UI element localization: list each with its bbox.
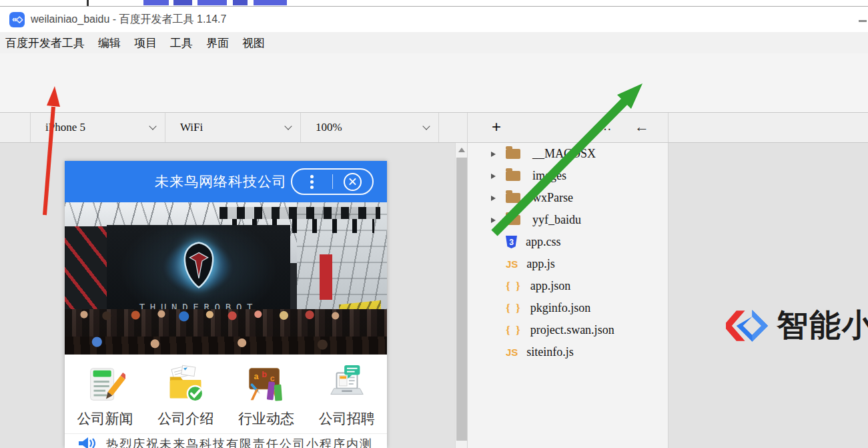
file-name: project.swan.json (530, 323, 614, 337)
tree-file-row[interactable]: { } app.json (468, 275, 668, 297)
menu-item-project[interactable]: 项目 (127, 35, 163, 51)
minimize-button[interactable] (859, 20, 867, 22)
announcement-text: 热烈庆祝未来鸟科技有限责任公司小程序内测 (106, 434, 373, 448)
menu-item-label: 公司招聘 (319, 409, 375, 428)
close-icon (344, 173, 362, 191)
speaker-icon (78, 437, 95, 448)
miniapp-header: 未来鸟网络科技公司 (65, 161, 387, 202)
more-menu-button[interactable] (292, 175, 332, 189)
file-name: pkginfo.json (530, 301, 591, 315)
folder-name: yyf_baidu (532, 213, 581, 227)
svg-text:a: a (254, 372, 259, 381)
network-select-value: WiFi (165, 121, 286, 134)
device-bar-spacer (0, 113, 31, 142)
menu-item-company-jobs[interactable]: 公司招聘 (306, 355, 387, 433)
close-miniapp-button[interactable] (333, 173, 373, 191)
watermark-text: 智能小 (777, 304, 868, 347)
svg-text:b: b (262, 370, 267, 379)
collapse-panel-button[interactable]: ← (634, 118, 649, 136)
zoom-select[interactable]: 100% (301, 113, 439, 142)
tree-folder-row[interactable]: images (468, 165, 668, 187)
app-logo-icon: «◇ (9, 12, 25, 27)
title-bar: «◇ weilainiao_baidu - 百度开发者工具 1.14.7 (0, 7, 868, 32)
background-window-artifact (87, 0, 89, 6)
background-window-artifact (197, 0, 227, 5)
chevron-down-icon (149, 122, 156, 130)
menu-item-company-intro[interactable]: 公司介绍 (145, 355, 226, 433)
css-file-icon: 3 (506, 236, 517, 248)
file-name: app.css (526, 235, 561, 249)
menu-item-view[interactable]: 视图 (236, 35, 272, 51)
zoom-select-value: 100% (301, 121, 424, 134)
menu-bar: 百度开发者工具 编辑 项目 工具 界面 视图 (0, 32, 868, 53)
tree-folder-row[interactable]: wxParse (468, 187, 668, 209)
chevron-down-icon (284, 122, 292, 130)
caret-right-icon[interactable] (491, 218, 496, 223)
device-select[interactable]: iPhone 5 (31, 113, 165, 142)
device-select-value: iPhone 5 (31, 121, 150, 134)
miniapp-title: 未来鸟网络科技公司 (155, 172, 287, 191)
audience-crowd (65, 337, 387, 355)
tree-file-row[interactable]: JS siteinfo.js (468, 341, 668, 363)
json-file-icon: { } (506, 280, 522, 293)
menu-item-label: 公司新闻 (77, 409, 133, 428)
window-title: weilainiao_baidu - 百度开发者工具 1.14.7 (31, 13, 226, 27)
scrollbar-thumb[interactable] (456, 158, 467, 441)
scroll-up-arrow-icon[interactable] (458, 148, 465, 152)
background-window-artifact (233, 0, 248, 5)
file-panel-header: + … ← (467, 113, 669, 142)
caret-right-icon[interactable] (491, 152, 496, 157)
json-file-icon: { } (506, 324, 522, 337)
tree-folder-row[interactable]: __MACOSX (468, 143, 668, 165)
folder-name: images (532, 169, 566, 183)
jobs-icon (326, 364, 368, 405)
folder-name: wxParse (532, 191, 573, 205)
menu-item-label: 行业动态 (238, 409, 294, 428)
stage-red-banner (320, 254, 332, 300)
announcement-marquee: 热烈庆祝未来鸟科技有限责任公司小程序内测 (65, 433, 387, 448)
tree-file-row[interactable]: JS app.js (468, 253, 668, 275)
miniapp-capsule (291, 168, 374, 195)
caret-right-icon[interactable] (491, 174, 496, 179)
file-panel-scrollbar[interactable] (455, 143, 467, 448)
menu-item-interface[interactable]: 界面 (199, 35, 236, 51)
industry-icon: a b c (246, 364, 287, 405)
banner-image[interactable]: THUNDEROBOT (65, 202, 387, 355)
device-bar: iPhone 5 WiFi 100% + … ← (0, 112, 868, 143)
background-window-artifact (143, 0, 169, 5)
json-file-icon: { } (506, 302, 522, 315)
caret-right-icon[interactable] (491, 196, 496, 201)
background-window-sliver (0, 0, 868, 7)
folder-icon (506, 149, 520, 159)
tree-file-row[interactable]: { } project.swan.json (468, 319, 668, 341)
js-file-icon: JS (506, 258, 518, 270)
js-file-icon: JS (506, 347, 518, 358)
stage-people (65, 309, 387, 340)
background-window-artifact (254, 0, 287, 5)
add-file-button[interactable]: + (492, 118, 501, 136)
menu-item-edit[interactable]: 编辑 (91, 35, 127, 51)
menu-item-label: 公司介绍 (157, 409, 213, 428)
file-name: siteinfo.js (526, 345, 574, 359)
tree-folder-row[interactable]: yyf_baidu (468, 209, 668, 231)
chevron-down-icon (422, 122, 430, 130)
folder-name: __MACOSX (532, 147, 596, 161)
file-tree-panel: __MACOSX images wxParse yyf_baidu 3 app.… (467, 143, 669, 448)
more-options-button[interactable]: … (598, 118, 612, 134)
file-name: app.json (530, 279, 571, 293)
menu-item-industry-news[interactable]: a b c 行业动态 (226, 355, 307, 433)
folder-icon (506, 215, 520, 225)
smart-program-logo-icon (726, 307, 769, 345)
smart-program-watermark: 智能小 (726, 304, 868, 347)
background-window-artifact (173, 0, 192, 5)
news-icon (84, 364, 125, 405)
menu-item-main[interactable]: 百度开发者工具 (0, 35, 91, 51)
menu-item-company-news[interactable]: 公司新闻 (65, 355, 145, 433)
tree-file-row[interactable]: { } pkginfo.json (468, 297, 668, 319)
folder-icon (506, 193, 520, 203)
thunderobot-helmet-icon (178, 239, 220, 291)
tree-file-row[interactable]: 3 app.css (468, 231, 668, 253)
menu-item-tools[interactable]: 工具 (163, 35, 199, 51)
file-name: app.js (526, 257, 555, 271)
network-select[interactable]: WiFi (165, 113, 301, 142)
